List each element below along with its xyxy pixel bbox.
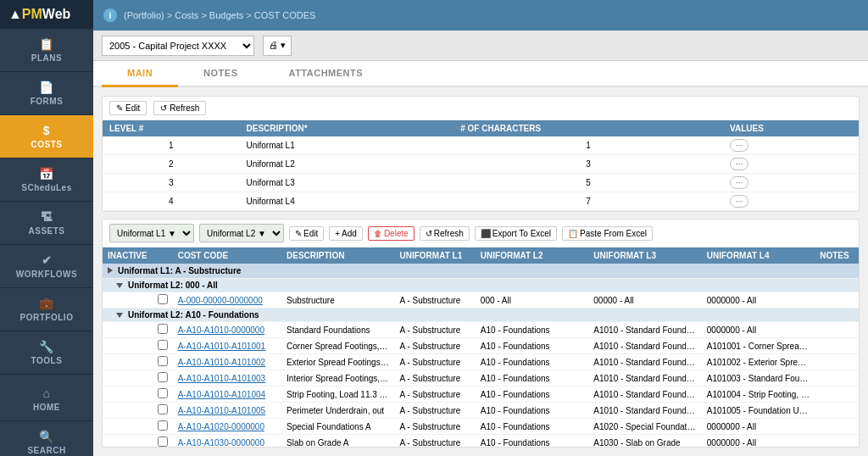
check-cell[interactable]: [153, 338, 173, 354]
l3-cell: A1020 - Special Foundation: [588, 419, 701, 435]
config-table-row: 2 Uniformat L2 3 ···: [103, 155, 859, 174]
bottom-section: Uniformat L1 ▼ Uniformat L2 ▼ ✎ Edit + A…: [102, 219, 860, 448]
row-checkbox[interactable]: [158, 388, 168, 398]
plans-icon: 📋: [39, 37, 54, 51]
config-level: 1: [103, 136, 239, 155]
notes-cell: [815, 435, 859, 448]
l2-cell: A10 - Foundations: [476, 354, 588, 370]
col-chars: # OF CHARACTERS: [453, 120, 723, 136]
l4-cell: 0000000 - All: [702, 322, 815, 338]
l1-cell: A - Substructure: [395, 292, 476, 309]
config-toolbar: ✎ Edit ↺ Refresh: [103, 97, 859, 120]
check-cell[interactable]: [153, 354, 173, 370]
desc-cell: Special Foundations A: [281, 419, 394, 435]
tab-attachments[interactable]: ATTACHMENTS: [264, 61, 389, 87]
notes-cell: [815, 386, 859, 403]
table-row: A-A10-A1010-A101005 Perimeter Underdrain…: [103, 403, 859, 419]
refresh-config-icon: ↺: [160, 103, 167, 113]
inactive-cell: [103, 403, 153, 419]
row-checkbox[interactable]: [158, 340, 168, 350]
tab-notes[interactable]: NOTES: [178, 61, 263, 87]
desc-cell: Exterior Spread Footings, 5: [281, 354, 394, 370]
sidebar-label-search: SEARCH: [27, 446, 65, 455]
edit-config-button[interactable]: ✎ Edit: [109, 101, 147, 115]
check-cell[interactable]: [153, 292, 173, 309]
cost-code-cell[interactable]: A-A10-A1010-A101004: [173, 386, 281, 403]
sidebar-item-forms[interactable]: 📄 FORMS: [0, 72, 93, 115]
check-cell[interactable]: [153, 435, 173, 448]
sidebar-item-assets[interactable]: 🏗 ASSETS: [0, 202, 93, 245]
add-label: Add: [342, 229, 357, 238]
cost-code-cell[interactable]: A-A10-A1010-A101001: [173, 338, 281, 354]
row-checkbox[interactable]: [158, 324, 168, 334]
paste-icon: 📋: [568, 229, 578, 238]
config-desc: Uniformat L2: [239, 155, 453, 174]
refresh-config-button[interactable]: ↺ Refresh: [153, 101, 206, 115]
inactive-cell: [103, 419, 153, 435]
th-l1: UNIFORMAT L1: [395, 247, 476, 264]
edit-data-label: Edit: [303, 229, 318, 238]
project-select[interactable]: 2005 - Capital Project XXXX: [102, 36, 254, 56]
config-level: 2: [103, 155, 239, 174]
add-button[interactable]: + Add: [329, 226, 363, 241]
row-checkbox[interactable]: [158, 404, 168, 414]
l2-cell: A10 - Foundations: [476, 435, 588, 448]
row-checkbox[interactable]: [158, 294, 168, 304]
paste-label: Paste From Excel: [580, 229, 647, 238]
refresh-data-button[interactable]: ↺ Refresh: [420, 226, 470, 241]
th-check: [153, 247, 173, 264]
check-cell[interactable]: [153, 403, 173, 419]
row-checkbox[interactable]: [158, 437, 168, 447]
config-values: ···: [723, 192, 859, 211]
sidebar-label-tools: TOOLS: [31, 356, 63, 365]
check-cell[interactable]: [153, 370, 173, 386]
notes-cell: [815, 354, 859, 370]
print-button[interactable]: 🖨 ▾: [263, 36, 292, 56]
edit-data-button[interactable]: ✎ Edit: [289, 226, 324, 241]
l1-cell: A - Substructure: [395, 322, 476, 338]
cost-code-cell[interactable]: A-000-00000-0000000: [173, 292, 281, 309]
sidebar-item-schedules[interactable]: 📅 SCheduLes: [0, 158, 93, 202]
sidebar-item-portfolio[interactable]: 💼 PORTFOLIO: [0, 288, 93, 331]
cost-code-cell[interactable]: A-A10-A1010-0000000: [173, 322, 281, 338]
th-l4: UNIFORMAT L4: [702, 247, 815, 264]
row-checkbox[interactable]: [158, 356, 168, 366]
main-content: i (Portfolio) > Costs > Budgets > COST C…: [93, 0, 868, 456]
sidebar-item-tools[interactable]: 🔧 TOOLS: [0, 331, 93, 375]
cost-code-cell[interactable]: A-A10-A1010-A101003: [173, 370, 281, 386]
l4-cell: A101001 - Corner Spread Fo: [702, 338, 815, 354]
check-cell[interactable]: [153, 386, 173, 403]
data-table: INACTIVE COST CODE DESCRIPTION UNIFORMAT…: [103, 247, 859, 447]
inactive-cell: [103, 386, 153, 403]
l1-cell: A - Substructure: [395, 338, 476, 354]
pencil-icon: ✎: [116, 103, 123, 113]
paste-button[interactable]: 📋 Paste From Excel: [562, 226, 653, 241]
config-table-row: 3 Uniformat L3 5 ···: [103, 174, 859, 192]
cost-code-cell[interactable]: A-A10-A1010-A101005: [173, 403, 281, 419]
sidebar-item-home[interactable]: ⌂ HOME: [0, 378, 93, 421]
sidebar-item-costs[interactable]: $ COSTS: [0, 115, 93, 158]
cost-code-cell[interactable]: A-A10-A1020-0000000: [173, 419, 281, 435]
filter-l1-select[interactable]: Uniformat L1 ▼: [109, 224, 194, 242]
sidebar-label-costs: COSTS: [31, 140, 63, 149]
cost-code-cell[interactable]: A-A10-A1030-0000000: [173, 435, 281, 448]
sidebar-item-plans[interactable]: 📋 PLANS: [0, 29, 93, 72]
check-cell[interactable]: [153, 322, 173, 338]
costs-icon: $: [43, 124, 50, 137]
table-row: A-A10-A1010-A101001 Corner Spread Footin…: [103, 338, 859, 354]
check-cell[interactable]: [153, 419, 173, 435]
l1-cell: A - Substructure: [395, 354, 476, 370]
row-checkbox[interactable]: [158, 372, 168, 382]
col-description: DESCRIPTION*: [239, 120, 453, 136]
row-checkbox[interactable]: [158, 420, 168, 431]
refresh-label: Refresh: [170, 103, 199, 113]
tab-main[interactable]: MAIN: [102, 61, 178, 87]
export-button[interactable]: ⬛ Export To Excel: [475, 226, 557, 241]
delete-button[interactable]: 🗑 Delete: [368, 226, 415, 241]
refresh-data-label: Refresh: [434, 229, 464, 238]
config-desc: Uniformat L4: [239, 192, 453, 211]
filter-l2-select[interactable]: Uniformat L2 ▼: [199, 224, 284, 242]
sidebar-item-search[interactable]: 🔍 SEARCH: [0, 421, 93, 456]
sidebar-item-workflows[interactable]: ✔ WORKFLOWS: [0, 245, 93, 288]
cost-code-cell[interactable]: A-A10-A1010-A101002: [173, 354, 281, 370]
